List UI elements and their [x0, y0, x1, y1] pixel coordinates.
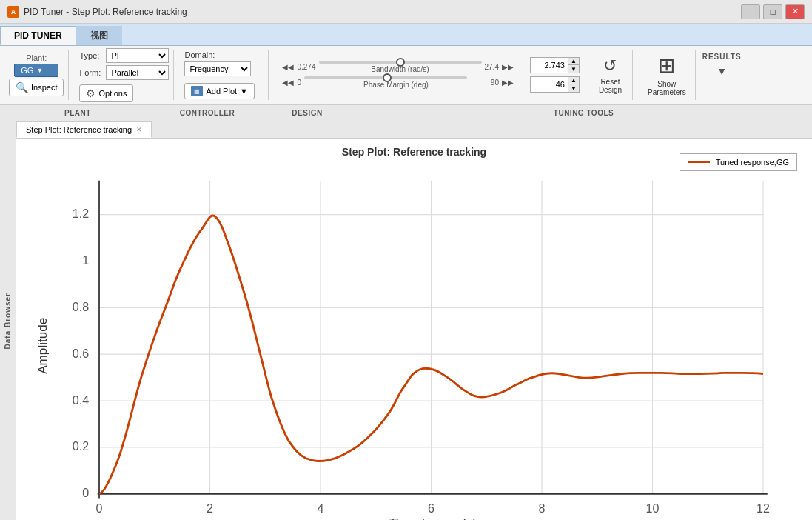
phase-right-arrow[interactable]: ▶▶ [502, 79, 514, 87]
results-group: RESULTS ▼ [702, 50, 742, 100]
svg-text:10: 10 [646, 501, 660, 515]
bandwidth-left-arrow[interactable]: ◀◀ [282, 63, 294, 71]
svg-text:12: 12 [756, 501, 770, 515]
svg-text:0: 0 [82, 486, 89, 499]
numeric-inputs-group: ▲ ▼ ▲ ▼ [527, 57, 583, 93]
options-button[interactable]: ⚙ Options [79, 84, 133, 102]
svg-text:6: 6 [428, 501, 434, 515]
reset-design-button[interactable]: ↺ ResetDesign [594, 54, 626, 96]
close-button[interactable]: ✕ [785, 4, 805, 19]
add-plot-label: Add Plot [206, 87, 237, 96]
bandwidth-right-arrow[interactable]: ▶▶ [502, 63, 514, 71]
phase-spinner-buttons: ▲ ▼ [568, 77, 579, 92]
options-label: Options [98, 89, 127, 98]
gear-icon: ⚙ [86, 87, 95, 99]
maximize-button[interactable]: □ [763, 4, 782, 19]
step-plot-tab-label: Step Plot: Reference tracking [26, 125, 132, 134]
svg-text:8: 8 [539, 501, 546, 515]
svg-text:4: 4 [318, 501, 324, 515]
minimize-button[interactable]: — [741, 4, 760, 19]
reset-icon: ↺ [603, 56, 617, 76]
bandwidth-min: 0.274 [297, 63, 315, 71]
bandwidth-spinner-buttons: ▲ ▼ [568, 58, 579, 73]
bandwidth-row: ◀◀ 0.274 Bandwidth (rad/s) 27.4 ▶▶ [282, 61, 514, 73]
domain-addplot-group: Domain: Frequency Time ▦ Add Plot ▼ [180, 50, 269, 100]
app-icon: A [7, 6, 19, 18]
data-browser-sidebar[interactable]: Data Browser [0, 121, 16, 520]
bandwidth-value[interactable] [531, 61, 568, 70]
sliders-section: ◀◀ 0.274 Bandwidth (rad/s) 27.4 ▶▶ ◀◀ 0 [279, 61, 517, 89]
phase-label: Phase Margin (deg) [304, 81, 488, 89]
form-select[interactable]: Parallel Ideal [106, 65, 169, 80]
window-controls[interactable]: — □ ✕ [741, 4, 805, 19]
domain-label: Domain: [184, 50, 215, 59]
plant-label: Plant: [26, 53, 47, 62]
ribbon-toolbar: Plant: GG ▼ 🔍 Inspect Type: PI PID P P [0, 46, 812, 105]
phase-margin-row: ◀◀ 0 Phase Margin (deg) 90 ▶▶ [282, 76, 514, 89]
svg-text:1: 1 [82, 253, 89, 267]
sliders-group: ◀◀ 0.274 Bandwidth (rad/s) 27.4 ▶▶ ◀◀ 0 [275, 50, 521, 100]
data-browser-label: Data Browser [4, 293, 12, 349]
titlebar: A PID Tuner - Step Plot: Reference track… [0, 0, 812, 24]
table-icon: ⊞ [658, 53, 675, 78]
content-panel: Step Plot: Reference tracking ✕ Step Plo… [16, 121, 812, 520]
plant-value: GG [21, 66, 33, 75]
domain-select[interactable]: Frequency Time [184, 61, 251, 76]
phase-min: 0 [297, 79, 301, 87]
show-parameters-group: ⊞ ShowParameters [639, 50, 696, 100]
inspect-button[interactable]: 🔍 Inspect [9, 79, 64, 96]
inspect-label: Inspect [31, 83, 57, 92]
tab-view[interactable]: 视图 [76, 26, 122, 45]
plot-icon: ▦ [191, 86, 203, 96]
type-form-controls: Type: PI PID P PD Form: Parallel Ideal [79, 48, 169, 102]
svg-text:0.2: 0.2 [73, 440, 89, 453]
svg-text:0: 0 [96, 501, 103, 515]
add-plot-arrow: ▼ [240, 87, 248, 96]
phase-value[interactable] [531, 80, 568, 89]
phase-max: 90 [491, 79, 499, 87]
tab-close-button[interactable]: ✕ [136, 126, 142, 133]
add-plot-button[interactable]: ▦ Add Plot ▼ [184, 83, 254, 99]
plant-group: Plant: GG ▼ 🔍 Inspect [4, 50, 69, 100]
plant-dropdown-arrow: ▼ [36, 67, 43, 74]
plant-dropdown[interactable]: GG ▼ [14, 64, 58, 77]
bandwidth-up-button[interactable]: ▲ [568, 58, 579, 65]
svg-text:2: 2 [207, 501, 213, 515]
type-select[interactable]: PI PID P PD [106, 48, 169, 63]
svg-text:0.4: 0.4 [73, 393, 89, 407]
step-plot-tab[interactable]: Step Plot: Reference tracking ✕ [16, 121, 152, 138]
phase-spinner[interactable]: ▲ ▼ [530, 76, 580, 93]
phase-track[interactable] [304, 76, 467, 79]
bandwidth-track[interactable] [319, 61, 482, 64]
results-label: RESULTS [702, 53, 742, 61]
chart-svg: 0 2 4 6 8 10 12 0 0.2 0.4 0.6 0.8 1 [31, 164, 797, 520]
phase-up-button[interactable]: ▲ [568, 77, 579, 84]
reset-design-group: ↺ ResetDesign [588, 50, 633, 100]
bandwidth-thumb[interactable] [396, 58, 405, 67]
reset-design-label: ResetDesign [599, 78, 622, 94]
plant-section-label: PLANT [0, 109, 155, 117]
results-down-arrow[interactable]: ▼ [717, 65, 727, 77]
domain-group: Domain: Frequency Time [184, 50, 251, 76]
type-form-group: Type: PI PID P PD Form: Parallel Ideal [75, 50, 174, 100]
svg-text:0.8: 0.8 [73, 300, 89, 313]
bandwidth-spinner[interactable]: ▲ ▼ [530, 57, 580, 73]
tab-bar: Step Plot: Reference tracking ✕ [16, 121, 812, 139]
bandwidth-max: 27.4 [485, 63, 499, 71]
bandwidth-down-button[interactable]: ▼ [568, 65, 579, 73]
chart-container: 0 2 4 6 8 10 12 0 0.2 0.4 0.6 0.8 1 [31, 164, 797, 520]
tab-pid-tuner[interactable]: PID TUNER [0, 26, 76, 45]
chart-area: Step Plot: Reference tracking Tuned resp… [16, 139, 812, 520]
type-row: Type: PI PID P PD [79, 48, 169, 63]
search-icon: 🔍 [16, 81, 28, 93]
phase-left-arrow[interactable]: ◀◀ [282, 79, 294, 87]
show-parameters-label: ShowParameters [648, 80, 686, 96]
window-title: PID Tuner - Step Plot: Reference trackin… [24, 7, 741, 17]
controller-section-label: CONTROLLER [155, 109, 259, 117]
form-row: Form: Parallel Ideal [79, 65, 169, 80]
show-parameters-button[interactable]: ⊞ ShowParameters [643, 51, 691, 99]
phase-down-button[interactable]: ▼ [568, 84, 579, 92]
svg-text:Time (seconds): Time (seconds) [389, 516, 477, 520]
content-row: Data Browser Step Plot: Reference tracki… [0, 121, 812, 520]
design-section-label: DESIGN [259, 109, 355, 117]
